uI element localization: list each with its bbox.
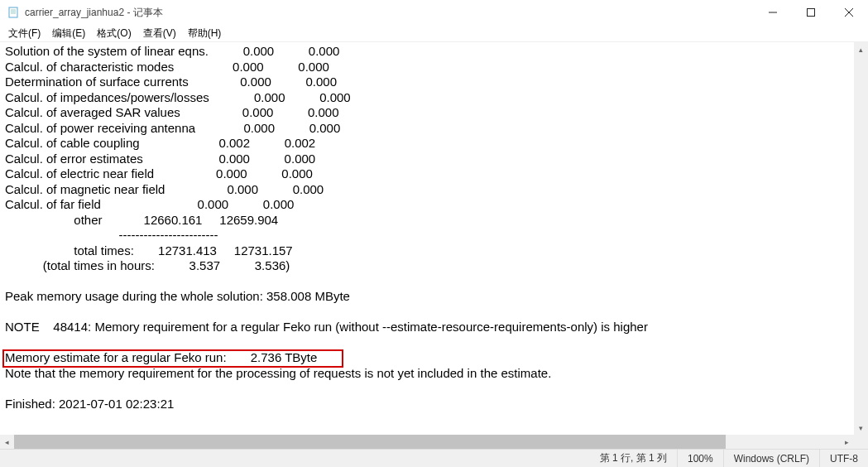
vertical-scrollbar[interactable]: ▴ ▾ <box>854 42 868 435</box>
close-button[interactable] <box>830 0 868 25</box>
hscroll-thumb[interactable] <box>14 435 726 449</box>
svg-rect-0 <box>9 7 17 17</box>
svg-rect-5 <box>808 9 815 17</box>
vscroll-track[interactable] <box>854 56 868 421</box>
minimize-button[interactable] <box>754 0 792 25</box>
menu-format[interactable]: 格式(O) <box>92 26 136 41</box>
editor-area: Solution of the system of linear eqns. 0… <box>0 41 868 449</box>
menu-edit[interactable]: 编辑(E) <box>47 26 90 41</box>
scroll-corner <box>854 435 868 449</box>
titlebar: carrier_array_jianhua2 - 记事本 <box>0 0 868 25</box>
status-encoding: UTF-8 <box>819 450 868 467</box>
horizontal-scrollbar[interactable]: ◂ ▸ <box>0 435 854 449</box>
scroll-right-icon[interactable]: ▸ <box>840 435 854 449</box>
statusbar: 第 1 行, 第 1 列 100% Windows (CRLF) UTF-8 <box>0 449 868 467</box>
status-eol: Windows (CRLF) <box>723 450 819 467</box>
window-controls <box>754 0 868 25</box>
text-content[interactable]: Solution of the system of linear eqns. 0… <box>0 42 868 449</box>
menu-view[interactable]: 查看(V) <box>138 26 181 41</box>
status-position: 第 1 行, 第 1 列 <box>590 450 677 467</box>
hscroll-track[interactable] <box>14 435 840 449</box>
window-title: carrier_array_jianhua2 - 记事本 <box>25 6 754 20</box>
notepad-icon <box>7 6 20 19</box>
scroll-left-icon[interactable]: ◂ <box>0 435 14 449</box>
menubar: 文件(F) 编辑(E) 格式(O) 查看(V) 帮助(H) <box>0 25 868 41</box>
menu-file[interactable]: 文件(F) <box>3 26 46 41</box>
scroll-down-icon[interactable]: ▾ <box>854 421 868 435</box>
scroll-up-icon[interactable]: ▴ <box>854 42 868 56</box>
menu-help[interactable]: 帮助(H) <box>183 26 227 41</box>
maximize-button[interactable] <box>792 0 830 25</box>
status-zoom: 100% <box>677 450 723 467</box>
